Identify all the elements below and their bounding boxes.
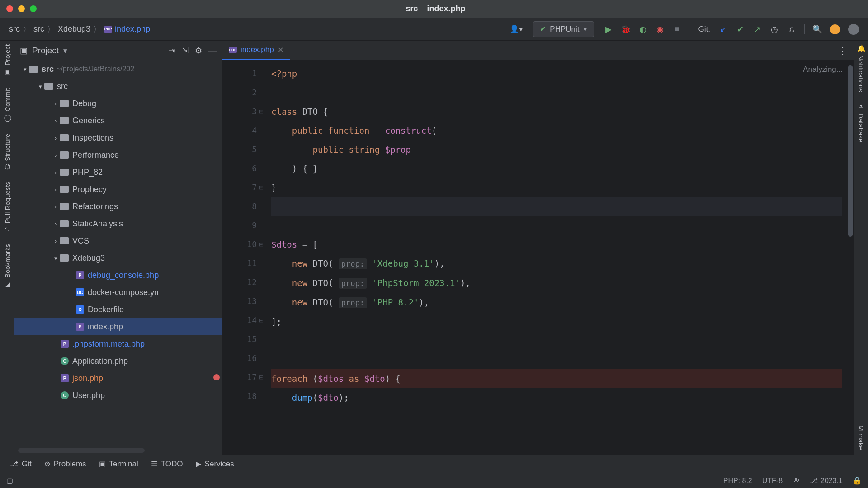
git-tool-button[interactable]: ⎇Git: [10, 460, 32, 469]
line-number[interactable]: 4: [222, 121, 257, 140]
tree-file[interactable]: Pdebug_console.php: [14, 267, 222, 284]
chevron-right-icon[interactable]: ›: [52, 186, 60, 193]
line-number[interactable]: 14: [222, 311, 257, 330]
project-panel-title[interactable]: Project: [32, 46, 59, 56]
tool-windows-icon[interactable]: ▢: [6, 476, 13, 485]
commit-tool-button[interactable]: ◯Commit: [3, 88, 11, 122]
tree-file-selected[interactable]: Pindex.php: [14, 318, 222, 335]
history-icon[interactable]: ◷: [770, 25, 779, 34]
chevron-right-icon[interactable]: ›: [52, 135, 60, 141]
chevron-right-icon[interactable]: ›: [52, 152, 60, 159]
line-number[interactable]: 7: [222, 178, 257, 197]
commit-icon[interactable]: ✔: [736, 25, 745, 34]
chevron-right-icon[interactable]: ›: [52, 117, 60, 124]
line-number[interactable]: 11: [222, 254, 257, 273]
minimize-window-icon[interactable]: [18, 5, 25, 12]
inspections-icon[interactable]: 👁: [793, 477, 800, 485]
hide-icon[interactable]: —: [208, 46, 217, 56]
fold-icon[interactable]: ⊟: [257, 102, 266, 121]
editor-tab[interactable]: PHP index.php ✕: [222, 41, 290, 60]
terminal-tool-button[interactable]: ▣Terminal: [99, 460, 138, 469]
notifications-tool-button[interactable]: 🔔Notifications: [857, 44, 865, 92]
line-number[interactable]: 3: [222, 102, 257, 121]
close-tab-icon[interactable]: ✕: [278, 46, 283, 54]
git-branch-status[interactable]: ⎇ 2023.1: [810, 476, 843, 485]
project-tool-button[interactable]: ▣Project: [3, 44, 11, 76]
fold-icon[interactable]: ⊟: [257, 368, 266, 387]
problems-tool-button[interactable]: ⊘Problems: [44, 460, 86, 469]
todo-tool-button[interactable]: ☰TODO: [151, 460, 183, 469]
tree-file[interactable]: DCdocker-compose.ym: [14, 284, 222, 301]
breakpoint-icon[interactable]: [213, 374, 220, 380]
rollback-icon[interactable]: ⎌: [787, 25, 796, 34]
chevron-right-icon[interactable]: ›: [52, 203, 60, 210]
chevron-right-icon[interactable]: ›: [52, 100, 60, 107]
line-number[interactable]: 15: [222, 330, 257, 349]
tree-root[interactable]: ▾ src ~/projects/JetBrains/202: [14, 61, 222, 78]
tree-folder[interactable]: ›Performance: [14, 146, 222, 164]
chevron-down-icon[interactable]: ▾: [36, 83, 44, 90]
profile-icon[interactable]: ◉: [656, 25, 665, 34]
coverage-icon[interactable]: ◐: [638, 25, 647, 34]
fold-end-icon[interactable]: ⊟: [257, 178, 266, 197]
tree-file[interactable]: Pjson.php: [14, 370, 222, 387]
chevron-right-icon[interactable]: ›: [52, 238, 60, 244]
line-number[interactable]: 1: [222, 64, 257, 83]
editor-scrollbar[interactable]: [847, 61, 854, 455]
database-tool-button[interactable]: 🗄Database: [857, 104, 865, 142]
fold-icon[interactable]: ⊟: [257, 235, 266, 254]
chevron-down-icon[interactable]: ▾: [52, 255, 60, 262]
line-number[interactable]: 18: [222, 387, 257, 406]
select-opened-file-icon[interactable]: ⇥: [169, 46, 175, 56]
chevron-right-icon[interactable]: ›: [52, 221, 60, 227]
code-editor[interactable]: 1 2 3 4 5 6 7 8 9 10 11 12 13 14 15 16 1…: [222, 61, 854, 455]
tree-folder[interactable]: ›StaticAnalysis: [14, 215, 222, 232]
structure-tool-button[interactable]: ⌬Structure: [3, 134, 11, 170]
breadcrumb-item[interactable]: src: [33, 24, 44, 34]
push-icon[interactable]: ↗: [753, 25, 762, 34]
maximize-window-icon[interactable]: [30, 5, 37, 12]
chevron-down-icon[interactable]: ▾: [21, 66, 29, 73]
fold-end-icon[interactable]: ⊟: [257, 311, 266, 330]
update-project-icon[interactable]: ↙: [718, 25, 727, 34]
project-tree[interactable]: ▾ src ~/projects/JetBrains/202 ▾ src ›De…: [14, 61, 222, 446]
run-config-selector[interactable]: ✔ PHPUnit ▾: [533, 21, 594, 37]
scrollbar-thumb[interactable]: [848, 65, 853, 237]
settings-icon[interactable]: ⚙: [195, 46, 202, 56]
chevron-down-icon[interactable]: ▾: [63, 46, 67, 56]
breadcrumb-item[interactable]: Xdebug3: [58, 24, 90, 34]
line-number[interactable]: 5: [222, 140, 257, 159]
line-number[interactable]: 10: [222, 235, 257, 254]
breadcrumb-item[interactable]: src: [9, 24, 20, 34]
tree-folder[interactable]: ›Generics: [14, 112, 222, 129]
tree-folder[interactable]: ▾Xdebug3: [14, 249, 222, 267]
line-number[interactable]: 8: [222, 197, 257, 216]
debug-icon[interactable]: 🐞: [621, 25, 630, 34]
tree-file[interactable]: CApplication.php: [14, 352, 222, 370]
breadcrumb[interactable]: src 〉 src 〉 Xdebug3 〉 PHP index.php: [9, 24, 150, 35]
run-icon[interactable]: ▶: [604, 25, 613, 34]
tree-folder[interactable]: ›Inspections: [14, 129, 222, 146]
services-tool-button[interactable]: ▶Services: [196, 460, 234, 469]
line-number[interactable]: 16: [222, 349, 257, 368]
line-number[interactable]: 6: [222, 159, 257, 178]
tree-file[interactable]: CUser.php: [14, 387, 222, 404]
tree-folder[interactable]: ›VCS: [14, 232, 222, 249]
tree-folder[interactable]: ›Debug: [14, 95, 222, 112]
bookmarks-tool-button[interactable]: ◣Bookmarks: [3, 244, 11, 289]
close-window-icon[interactable]: [6, 5, 13, 12]
code-with-me-icon[interactable]: 👤▾: [509, 24, 523, 34]
expand-all-icon[interactable]: ⇲: [182, 46, 189, 56]
breadcrumb-item[interactable]: index.php: [115, 24, 150, 34]
tree-folder[interactable]: ›Prophecy: [14, 181, 222, 198]
encoding-status[interactable]: UTF-8: [762, 477, 783, 485]
php-version-status[interactable]: PHP: 8.2: [723, 477, 752, 485]
tree-folder[interactable]: ›Refactorings: [14, 198, 222, 215]
search-icon[interactable]: 🔍: [813, 25, 822, 34]
code-content[interactable]: <?php class DTO { public function __cons…: [266, 61, 847, 455]
make-tool-button[interactable]: Mmake: [857, 425, 865, 450]
line-number[interactable]: 13: [222, 292, 257, 311]
pull-requests-tool-button[interactable]: ⇋Pull Requests: [3, 182, 11, 232]
chevron-right-icon[interactable]: ›: [52, 169, 60, 176]
tree-file[interactable]: P.phpstorm.meta.php: [14, 335, 222, 352]
